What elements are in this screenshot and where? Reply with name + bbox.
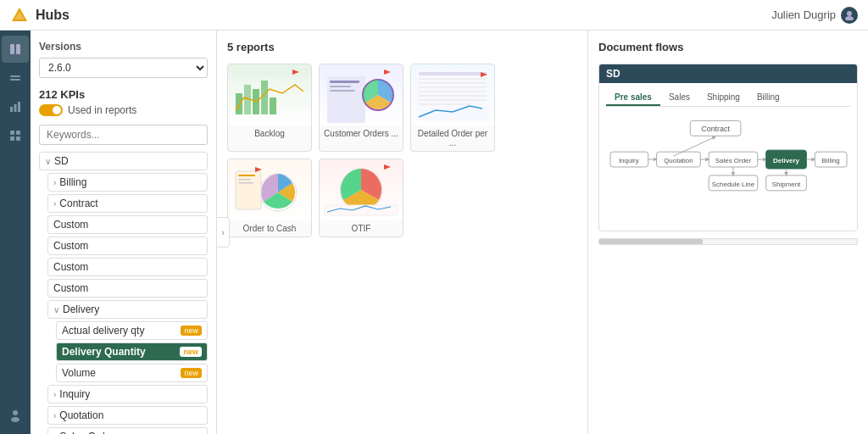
svg-text:Quotation: Quotation xyxy=(664,157,693,164)
svg-text:Contract: Contract xyxy=(701,125,730,133)
topbar-right: Julien Dugrip xyxy=(771,7,858,24)
svg-rect-36 xyxy=(419,95,487,97)
flow-diagram-svg: Contract Inquiry Quotation xyxy=(606,114,850,224)
svg-text:Schedule Line: Schedule Line xyxy=(712,181,755,188)
reports-panel-title: 5 reports xyxy=(227,41,577,53)
tree-children-sd: › Billing › Contract Custom Custom Custo… xyxy=(47,173,208,434)
flow-body: Pre sales Sales Shipping Billing Contrac… xyxy=(599,83,857,231)
report-label-detailed-order: Detailed Order per ... xyxy=(411,125,494,151)
report-card-detailed-order[interactable]: Detailed Order per ... xyxy=(410,64,495,152)
svg-rect-43 xyxy=(238,179,251,181)
sidebar-item-book[interactable] xyxy=(2,36,29,63)
flow-diagram: SD Pre sales Sales Shipping Billing xyxy=(598,64,858,231)
report-thumb-backlog xyxy=(228,64,311,125)
reports-panel: 5 reports xyxy=(217,31,588,434)
tree-item-volume[interactable]: Volume new xyxy=(56,364,208,382)
flow-tab-sales[interactable]: Sales xyxy=(660,90,698,106)
report-label-customer-orders: Customer Orders ... xyxy=(320,125,403,142)
new-badge: new xyxy=(181,326,202,336)
chevron-down-icon: ∨ xyxy=(45,157,51,166)
svg-rect-14 xyxy=(16,136,20,141)
sidebar-item-layers[interactable] xyxy=(2,64,29,92)
report-card-otif[interactable]: OTIF xyxy=(319,159,403,237)
svg-rect-6 xyxy=(10,75,20,77)
svg-text:Sales Order: Sales Order xyxy=(715,157,752,164)
tree-item-quotation[interactable]: › Quotation xyxy=(47,406,208,425)
kpi-search-input[interactable] xyxy=(39,125,208,145)
new-badge-active: new xyxy=(180,347,202,357)
svg-rect-12 xyxy=(16,131,20,135)
chevron-right-icon: › xyxy=(53,178,56,187)
content-area: 5 reports xyxy=(217,31,868,434)
tree-item-billing[interactable]: › Billing xyxy=(47,173,208,192)
flow-tab-billing[interactable]: Billing xyxy=(748,90,788,106)
svg-rect-27 xyxy=(330,90,355,92)
svg-rect-32 xyxy=(419,78,487,80)
collapse-button[interactable]: › xyxy=(216,217,230,248)
tree-item-inquiry[interactable]: › Inquiry xyxy=(47,385,208,403)
user-avatar[interactable] xyxy=(841,7,858,24)
svg-rect-24 xyxy=(327,76,365,123)
tree-item-custom-2[interactable]: Custom xyxy=(47,236,208,255)
tree-item-sd[interactable]: ∨ SD xyxy=(39,152,208,170)
svg-text:Delivery: Delivery xyxy=(773,157,799,164)
tree-item-custom-4[interactable]: Custom xyxy=(47,279,208,298)
svg-marker-29 xyxy=(384,70,391,75)
svg-point-16 xyxy=(11,417,19,422)
chevron-right-icon: › xyxy=(53,199,56,209)
report-label-order-to-cash: Order to Cash xyxy=(228,220,311,236)
report-thumb-detailed xyxy=(411,64,494,125)
sidebar-item-grid[interactable] xyxy=(2,122,29,149)
svg-rect-31 xyxy=(419,72,487,75)
chevron-right-icon: › xyxy=(53,390,56,399)
sidebar-icons xyxy=(0,31,31,434)
report-card-customer-orders[interactable]: Customer Orders ... xyxy=(319,64,403,152)
flow-tab-shipping[interactable]: Shipping xyxy=(698,90,748,106)
tree-item-contract[interactable]: › Contract xyxy=(47,194,208,213)
tree-item-custom-3[interactable]: Custom xyxy=(47,258,208,276)
new-badge-volume: new xyxy=(181,368,202,378)
svg-text:Inquiry: Inquiry xyxy=(619,157,639,164)
flow-tab-presales[interactable]: Pre sales xyxy=(606,90,660,106)
svg-point-3 xyxy=(845,16,854,20)
sidebar-item-person[interactable] xyxy=(2,402,29,429)
sidebar-item-chart[interactable] xyxy=(2,93,29,120)
versions-label: Versions xyxy=(39,41,208,53)
svg-text:Billing: Billing xyxy=(822,157,840,164)
svg-rect-21 xyxy=(270,97,276,114)
used-in-reports-toggle[interactable] xyxy=(39,104,63,116)
kpi-tree: ∨ SD › Billing › Contract Custom Custom xyxy=(39,152,208,434)
svg-rect-17 xyxy=(236,93,242,114)
tree-item-sales-order[interactable]: › Sales Order xyxy=(47,427,208,434)
tree-item-actual-delivery-qty[interactable]: Actual delivery qty new xyxy=(56,321,208,340)
svg-rect-9 xyxy=(14,104,17,112)
svg-text:Shipment: Shipment xyxy=(772,181,801,188)
report-label-otif: OTIF xyxy=(320,220,403,236)
svg-rect-10 xyxy=(18,102,20,112)
chevron-down-icon: ∨ xyxy=(53,305,59,314)
docflows-panel-title: Document flows xyxy=(598,41,858,53)
svg-rect-8 xyxy=(10,107,13,112)
report-card-backlog[interactable]: Backlog xyxy=(227,64,312,152)
report-thumb-otif xyxy=(320,159,403,220)
svg-rect-44 xyxy=(238,182,253,184)
svg-rect-48 xyxy=(325,205,398,215)
svg-point-2 xyxy=(847,11,852,16)
topbar-left: Hubs xyxy=(10,6,70,25)
svg-rect-34 xyxy=(419,86,487,88)
tree-children-delivery: Actual delivery qty new Delivery Quantit… xyxy=(56,321,208,382)
topbar: Hubs Julien Dugrip xyxy=(0,0,868,31)
report-label-backlog: Backlog xyxy=(228,125,311,142)
tree-item-custom-1[interactable]: Custom xyxy=(47,215,208,234)
docflows-panel: Document flows SD Pre sales Sales Shippi… xyxy=(588,31,868,434)
tree-item-delivery-quantity[interactable]: Delivery Quantity new xyxy=(56,342,208,361)
svg-rect-37 xyxy=(419,99,487,101)
svg-rect-11 xyxy=(10,131,14,135)
version-select[interactable]: 2.6.0 xyxy=(39,58,208,78)
app-title: Hubs xyxy=(36,8,70,23)
report-thumb-otc xyxy=(228,159,311,220)
svg-rect-35 xyxy=(419,91,487,92)
tree-item-delivery-group[interactable]: ∨ Delivery xyxy=(47,300,208,319)
user-name: Julien Dugrip xyxy=(771,8,836,21)
report-card-order-to-cash[interactable]: Order to Cash xyxy=(227,159,312,237)
